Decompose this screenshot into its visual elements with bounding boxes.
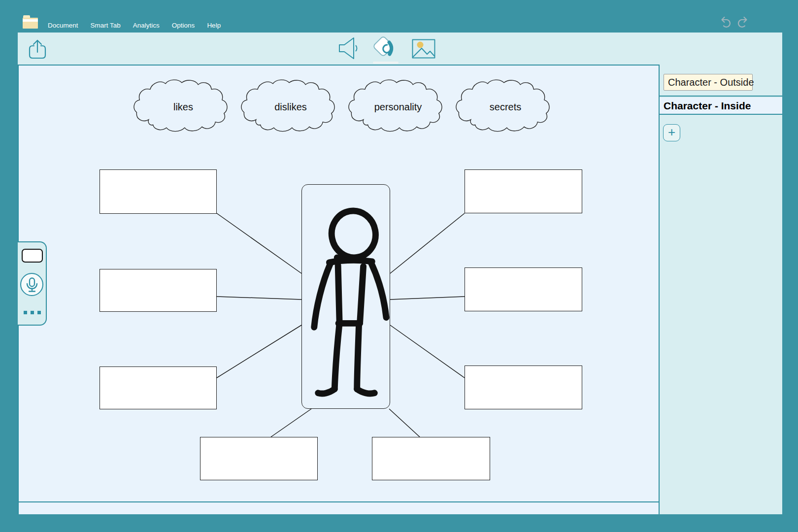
canvas-bottom-rule [19,501,659,502]
tab-character-inside-row: Character - Inside [660,98,782,115]
stick-figure-drawing [302,185,390,408]
cloud-label: dislikes [240,79,341,134]
folder-icon[interactable] [23,15,38,29]
speaker-icon[interactable] [338,36,359,60]
redo-icon[interactable] [736,16,750,28]
app-window: { "app": { "menu_items": ["Document", "S… [0,0,798,532]
cloud-shape-secrets[interactable]: secrets [455,79,556,134]
cloud-label: likes [133,79,234,134]
picture-icon[interactable] [412,39,435,59]
text-box-bottom-right[interactable] [372,437,490,480]
text-box-bottom-left[interactable] [200,437,318,480]
fill-underline [373,62,399,64]
sidebar-tab-strip: Character - Outside [660,33,782,97]
document-canvas[interactable]: likes dislikes personality secrets [18,65,660,514]
share-export-icon[interactable] [28,38,47,60]
plus-icon[interactable]: + [663,124,680,141]
text-box-tool[interactable] [22,249,43,263]
cloud-label: secrets [455,79,556,134]
microphone-icon[interactable] [20,273,43,296]
menu-item-smart-tab[interactable]: Smart Tab [91,22,121,29]
text-box-right-top[interactable] [465,169,582,213]
text-box-right-bottom[interactable] [465,366,582,409]
menu-item-help[interactable]: Help [207,22,221,29]
tab-character-outside[interactable]: Character - Outside [664,74,753,91]
paint-fill-icon[interactable] [372,36,399,59]
ellipsis-icon[interactable] [24,311,41,314]
menu-item-document[interactable]: Document [48,22,78,29]
menu-bar: Document Smart Tab Analytics Options Hel… [0,0,798,33]
quick-tools-panel [18,241,47,326]
cloud-label: personality [347,79,449,134]
history-controls [719,16,750,28]
text-box-left-top[interactable] [100,169,217,214]
menu-items: Document Smart Tab Analytics Options Hel… [48,22,221,29]
menu-item-analytics[interactable]: Analytics [133,22,160,29]
folder-stripe [23,19,38,22]
cloud-shape-likes[interactable]: likes [133,79,234,134]
text-box-right-middle[interactable] [465,267,582,311]
undo-icon[interactable] [719,16,732,28]
window-body: likes dislikes personality secrets [18,33,782,514]
stick-figure-box[interactable] [301,184,390,409]
tab-character-inside[interactable]: Character - Inside [660,100,751,112]
sidebar: Character - Outside Character - Inside + [660,33,782,514]
text-box-left-bottom[interactable] [100,366,217,409]
cloud-shape-personality[interactable]: personality [347,79,449,134]
text-box-left-middle[interactable] [100,269,217,312]
cloud-shape-dislikes[interactable]: dislikes [240,79,341,134]
sidebar-content-panel: + [660,116,782,514]
menu-item-options[interactable]: Options [172,22,195,29]
